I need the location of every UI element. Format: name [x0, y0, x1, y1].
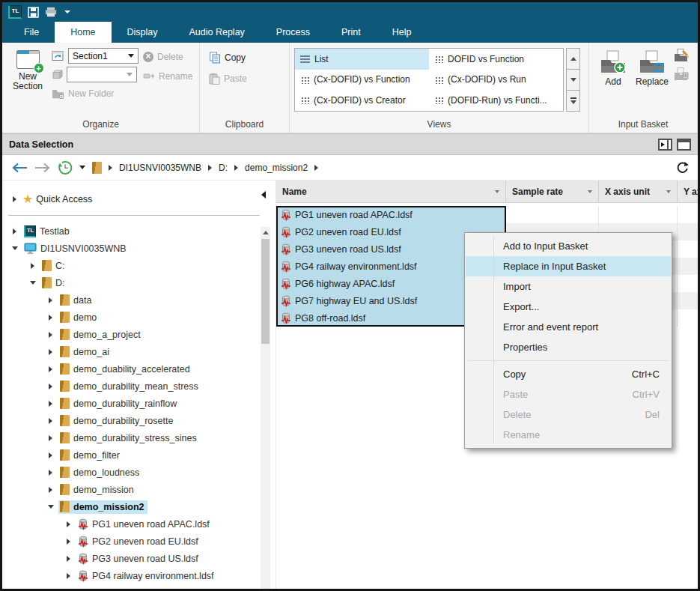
chevron-collapsed-icon[interactable] — [28, 263, 37, 269]
menu-item-replace-in-input-basket[interactable]: Replace in Input Basket — [466, 256, 671, 276]
quick-access-dropdown-icon[interactable] — [64, 10, 70, 13]
refresh-icon[interactable] — [676, 161, 689, 174]
new-section-button[interactable]: New Section — [7, 46, 49, 118]
menu-item-add-to-input-basket[interactable]: Add to Input Basket — [466, 236, 671, 256]
breadcrumb-item-di1usnvi0035wnb[interactable]: DI1USNVI0035WNB — [119, 163, 201, 173]
view-dofid-run-vs-functi[interactable]: (DOFID-Run) vs Functi... — [429, 90, 563, 111]
tree-item-pg2-uneven-road-eu-ldsf[interactable]: PG2 uneven road EU.ldsf — [2, 533, 272, 550]
filter-dropdown-icon[interactable] — [495, 190, 499, 193]
tree-item-pg3-uneven-road-us-ldsf[interactable]: PG3 uneven road US.ldsf — [2, 550, 272, 567]
copy-button[interactable]: Copy — [209, 49, 247, 65]
delete-button[interactable]: Delete — [143, 49, 192, 64]
menu-item-copy[interactable]: CopyCtrl+C — [466, 364, 671, 384]
history-dropdown-icon[interactable] — [79, 166, 85, 169]
tree-item-pg1-uneven-road-apac-ldsf[interactable]: PG1 uneven road APAC.ldsf — [2, 515, 272, 533]
remove-from-basket-button[interactable] — [673, 67, 690, 81]
menu-item-export[interactable]: Export... — [466, 297, 671, 317]
tree-item-demo-durability-mean-stress[interactable]: demo_durability_mean_stress — [2, 378, 272, 395]
menu-item-error-and-event-report[interactable]: Error and event report — [466, 317, 671, 337]
tree-item-demo-a-project[interactable]: demo_a_project — [2, 326, 272, 343]
tree-item-demo-durability-rainflow[interactable]: demo_durability_rainflow — [2, 395, 272, 412]
tree-item-quick-access[interactable]: ★ Quick Access — [2, 181, 272, 207]
menu-item-properties[interactable]: Properties — [466, 337, 671, 357]
breadcrumb-item-d[interactable]: D: — [219, 163, 228, 173]
subsection-select[interactable] — [67, 67, 137, 82]
section-select[interactable]: Section1 — [68, 48, 139, 64]
tab-display[interactable]: Display — [112, 22, 174, 43]
chevron-collapsed-icon[interactable] — [46, 470, 55, 476]
chevron-collapsed-icon[interactable] — [10, 228, 19, 234]
gallery-expand-button[interactable] — [566, 90, 580, 112]
tab-audio-replay[interactable]: Audio Replay — [174, 22, 261, 43]
column-header-x-axis-unit[interactable]: X axis unit — [599, 181, 678, 202]
tab-home[interactable]: Home — [55, 22, 111, 43]
chevron-collapsed-icon[interactable] — [46, 297, 55, 303]
tree-item-demo-duability-accelerated[interactable]: demo_duability_accelerated — [2, 360, 272, 378]
paste-button[interactable]: Paste — [209, 70, 247, 86]
chevron-expanded-icon[interactable] — [10, 246, 19, 250]
tree-item-demo[interactable]: demo — [2, 309, 272, 326]
chevron-collapsed-icon[interactable] — [46, 452, 55, 458]
chevron-collapsed-icon[interactable] — [46, 366, 55, 372]
tree-item-pg4-railway-environment-ldsf[interactable]: PG4 railway environment.ldsf — [2, 567, 272, 584]
menu-item-rename[interactable]: Rename — [466, 425, 671, 445]
view-cx-dofid-vs-function[interactable]: (Cx-DOFID) vs Function — [295, 70, 429, 91]
scroll-up-icon[interactable] — [261, 227, 270, 237]
filter-dropdown-icon[interactable] — [666, 190, 671, 193]
new-folder-button[interactable]: New Folder — [52, 85, 139, 101]
chevron-collapsed-icon[interactable] — [10, 196, 19, 202]
chevron-collapsed-icon[interactable] — [46, 418, 55, 424]
tree-item-demo-ai[interactable]: demo_ai — [2, 343, 272, 360]
chevron-collapsed-icon[interactable] — [46, 384, 55, 390]
chevron-collapsed-icon[interactable] — [46, 435, 55, 441]
column-header-name[interactable]: Name — [276, 181, 506, 202]
print-icon[interactable] — [45, 7, 57, 17]
tree-item-demo-mission[interactable]: demo_mission — [2, 481, 272, 498]
chevron-collapsed-icon[interactable] — [46, 401, 55, 407]
tab-print[interactable]: Print — [326, 22, 377, 43]
tree-item-data[interactable]: data — [2, 291, 272, 309]
tree-item-demo-filter[interactable]: demo_filter — [2, 446, 272, 464]
back-arrow-icon[interactable] — [11, 163, 28, 173]
tree-scrollbar[interactable] — [261, 227, 270, 589]
menu-item-paste[interactable]: PasteCtrl+V — [466, 384, 671, 404]
tab-process[interactable]: Process — [261, 22, 326, 43]
chevron-collapsed-icon[interactable] — [46, 332, 55, 338]
chevron-collapsed-icon[interactable] — [46, 315, 55, 321]
chevron-collapsed-icon[interactable] — [64, 539, 73, 545]
tab-file[interactable]: File — [8, 22, 55, 43]
tree-item-demo-durability-rosette[interactable]: demo_durability_rosette — [2, 412, 272, 429]
breadcrumb-item-demo-mission2[interactable]: demo_mission2 — [245, 163, 308, 173]
collapse-tree-icon[interactable] — [261, 191, 266, 198]
view-cx-dofid-vs-run[interactable]: (Cx-DOFID) vs Run — [429, 70, 563, 91]
chevron-collapsed-icon[interactable] — [46, 487, 55, 493]
tree-item-demo-durability-stress-sines[interactable]: demo_durability_stress_sines — [2, 429, 272, 446]
tree-item-demo-mission2[interactable]: demo_mission2 — [2, 498, 272, 515]
chevron-collapsed-icon[interactable] — [46, 349, 55, 355]
tree-item-c[interactable]: C: — [2, 257, 272, 274]
gallery-scroll-down-button[interactable] — [566, 69, 580, 91]
column-header-y-axis[interactable]: Y axis — [678, 181, 698, 202]
file-name-cell[interactable]: PG1 uneven road APAC.ldsf — [276, 206, 506, 223]
tab-help[interactable]: Help — [377, 22, 427, 43]
rename-button[interactable]: Rename — [143, 68, 192, 84]
forward-arrow-icon[interactable] — [34, 163, 51, 173]
view-dofid-vs-function[interactable]: DOFID vs Function — [429, 49, 563, 70]
scrollbar-thumb[interactable] — [261, 239, 270, 344]
folder-icon[interactable] — [92, 162, 102, 174]
add-to-basket-button[interactable]: Add — [594, 48, 633, 118]
clean-basket-button[interactable] — [673, 49, 690, 62]
auto-hide-panel-icon[interactable] — [658, 139, 672, 151]
view-cx-dofid-vs-creator[interactable]: (Cx-DOFID) vs Creator — [295, 90, 429, 111]
chevron-expanded-icon[interactable] — [46, 505, 55, 509]
history-icon[interactable] — [58, 160, 73, 175]
menu-item-import[interactable]: Import — [466, 276, 671, 297]
maximize-panel-icon[interactable] — [677, 139, 691, 151]
save-icon[interactable] — [28, 7, 39, 18]
tree-item-d[interactable]: D: — [2, 274, 272, 291]
file-row-pg1-uneven-road-apac-ldsf[interactable]: PG1 uneven road APAC.ldsf — [276, 206, 698, 223]
replace-in-basket-button[interactable]: Replace — [633, 48, 672, 118]
chevron-collapsed-icon[interactable] — [64, 573, 73, 579]
tree-item-testlab[interactable]: TLTestlab — [2, 222, 272, 240]
view-list[interactable]: List — [295, 49, 429, 70]
